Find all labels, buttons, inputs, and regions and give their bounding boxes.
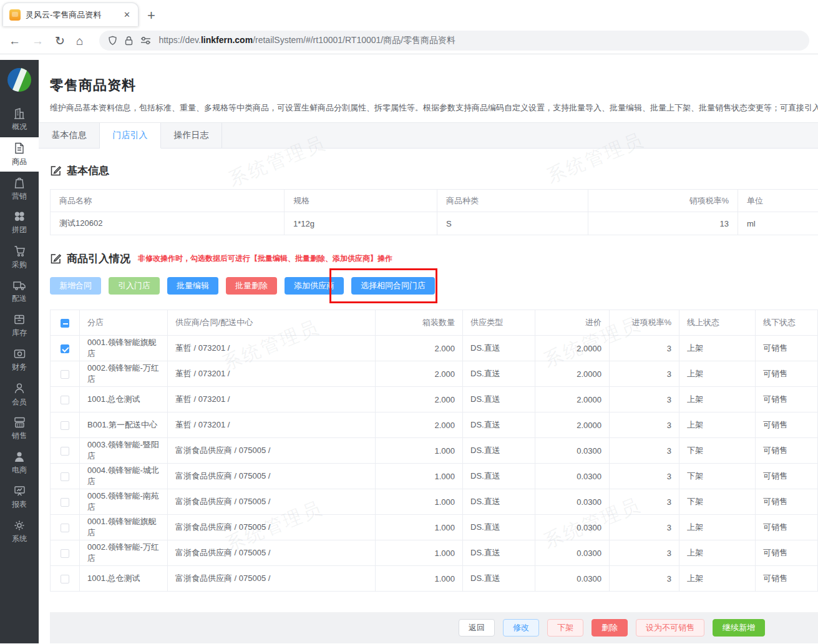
cell-price: 0.0300 [535, 515, 610, 540]
batch-delete-button[interactable]: 批量删除 [226, 277, 277, 295]
import-store-button[interactable]: 引入门店 [109, 277, 160, 295]
browser-toolbar: ← → ↻ ⌂ https://dev.linkfern.com/retailS… [0, 27, 818, 54]
cell-offline-status: 可销售 [756, 515, 818, 540]
page-header: 零售商品资料 维护商品基本资料信息，包括标准、重量、多规格等中类商品，可设置生鲜… [39, 60, 818, 122]
col-store: 分店 [80, 310, 168, 336]
sidebar-item-member[interactable]: 会员 [0, 378, 39, 412]
sidebar-item-overview[interactable]: 概况 [0, 103, 39, 137]
row-checkbox[interactable] [61, 549, 69, 558]
building-icon [13, 108, 26, 119]
row-checkbox[interactable] [61, 575, 69, 583]
sidebar-item-ecommerce[interactable]: 电商 [0, 446, 39, 481]
cell-store: 0002.领锋智能-万红店 [80, 540, 168, 566]
col-spec: 规格 [285, 190, 437, 212]
cart-icon [14, 245, 26, 257]
import-note: 非修改操作时，勾选数据后可进行【批量编辑、批量删除、添加供应商】操作 [138, 253, 392, 264]
product-tax: 13 [588, 212, 738, 235]
continue-add-button[interactable]: 继续新增 [713, 619, 765, 637]
cell-price: 0.0300 [535, 464, 610, 489]
cell-supplier: 富浙食品供应商 / 075005 / [168, 489, 376, 515]
cell-offline-status: 可销售 [756, 540, 818, 566]
cell-supply-type: DS.直送 [463, 412, 535, 438]
sidebar-item-marketing[interactable]: 营销 [0, 172, 39, 206]
cell-supplier: 富浙食品供应商 / 075005 / [168, 540, 376, 566]
new-contract-button[interactable]: 新增合同 [50, 277, 101, 295]
browser-tab[interactable]: 灵风云-零售商品资料 ✕ [2, 2, 139, 26]
cell-offline-status: 可销售 [756, 464, 818, 489]
cell-price: 0.0300 [535, 540, 610, 566]
sidebar-item-goods[interactable]: 商品 [0, 137, 39, 172]
row-checkbox[interactable] [61, 344, 69, 353]
document-icon [14, 142, 25, 154]
col-offline-status: 线下状态 [756, 310, 818, 336]
box-icon [14, 314, 25, 325]
cell-box-qty: 1.000 [376, 464, 463, 489]
permissions-icon[interactable] [140, 36, 151, 45]
select-same-contract-store-button[interactable]: 选择相同合同门店 [351, 277, 435, 295]
cell-online-status: 上架 [679, 540, 756, 566]
row-checkbox[interactable] [61, 498, 69, 507]
back-button[interactable]: 返回 [459, 619, 495, 637]
product-spec: 1*12g [285, 212, 437, 235]
person-icon [14, 383, 25, 394]
sidebar-item-sales[interactable]: 销售 [0, 412, 39, 446]
cell-offline-status: 可销售 [756, 438, 818, 464]
new-tab-button[interactable]: + [147, 9, 155, 22]
basic-info-table: 商品名称 规格 商品种类 销项税率% 单位 测试120602 1*12g S 1… [50, 189, 818, 235]
home-icon[interactable]: ⌂ [76, 35, 83, 47]
section-import-status: 商品引入情况 非修改操作时，勾选数据后可进行【批量编辑、批量删除、添加供应商】操… [50, 251, 818, 266]
row-checkbox[interactable] [61, 421, 69, 430]
row-checkbox[interactable] [61, 472, 69, 481]
tab-title: 灵风云-零售商品资料 [26, 9, 117, 21]
table-row: B001.第一配送中心 堇哲 / 073201 / 2.000 DS.直送 2.… [51, 412, 818, 438]
sidebar-item-delivery[interactable]: 配送 [0, 275, 39, 309]
sidebar-item-finance[interactable]: 财务 [0, 343, 39, 378]
table-row: 1001.总仓测试 富浙食品供应商 / 075005 / 1.000 DS.直送… [51, 566, 818, 592]
delete-button[interactable]: 删除 [592, 619, 628, 637]
batch-edit-button[interactable]: 批量编辑 [167, 277, 218, 295]
tab-store-import[interactable]: 门店引入 [100, 123, 161, 149]
row-checkbox[interactable] [61, 370, 69, 379]
sidebar-item-system[interactable]: 系统 [0, 515, 39, 549]
table-header-row: 分店 供应商/合同/配送中心 箱装数量 供应类型 进价 进项税率% 线上状态 线… [51, 310, 818, 336]
modify-button[interactable]: 修改 [503, 619, 539, 637]
cell-online-status: 下架 [679, 489, 756, 515]
cell-tax-rate: 3 [610, 412, 679, 438]
add-supplier-button[interactable]: 添加供应商 [285, 277, 344, 295]
cell-tax-rate: 3 [610, 540, 679, 566]
sidebar-item-groupbuy[interactable]: 拼团 [0, 206, 39, 240]
row-checkbox[interactable] [61, 524, 69, 532]
cell-store: 0005.领锋智能-南苑店 [80, 489, 168, 515]
row-checkbox[interactable] [61, 447, 69, 456]
cell-offline-status: 可销售 [756, 361, 818, 387]
cell-supplier: 富浙食品供应商 / 075005 / [168, 438, 376, 464]
tab-basic-info[interactable]: 基本信息 [39, 123, 100, 148]
cell-tax-rate: 3 [610, 387, 679, 412]
tab-operation-log[interactable]: 操作日志 [161, 123, 222, 148]
action-button-row: 新增合同 引入门店 批量编辑 批量删除 添加供应商 选择相同合同门店 [50, 277, 818, 295]
cell-box-qty: 2.000 [376, 336, 463, 361]
cell-price: 2.0000 [535, 336, 610, 361]
set-unsellable-button[interactable]: 设为不可销售 [636, 619, 704, 637]
lock-icon[interactable] [125, 36, 133, 46]
cell-offline-status: 可销售 [756, 489, 818, 515]
cell-online-status: 下架 [679, 464, 756, 489]
table-row: 0001.领锋智能旗舰店 堇哲 / 073201 / 2.000 DS.直送 2… [51, 336, 818, 361]
select-all-checkbox[interactable] [61, 319, 69, 328]
table-row: 0004.领锋智能-城北店 富浙食品供应商 / 075005 / 1.000 D… [51, 464, 818, 489]
cell-box-qty: 1.000 [376, 515, 463, 540]
cell-tax-rate: 3 [610, 515, 679, 540]
cell-store: B001.第一配送中心 [80, 412, 168, 438]
screen: 灵风云-零售商品资料 ✕ + ← → ↻ ⌂ https://dev.linkf… [0, 0, 818, 644]
sidebar-item-report[interactable]: 报表 [0, 481, 39, 515]
row-checkbox[interactable] [61, 396, 69, 404]
url-bar[interactable]: https://dev.linkfern.com/retailSystem/#/… [99, 31, 809, 51]
tab-close-icon[interactable]: ✕ [122, 10, 132, 19]
cell-online-status: 上架 [679, 361, 756, 387]
back-icon[interactable]: ← [9, 35, 21, 47]
off-shelf-button[interactable]: 下架 [547, 619, 583, 637]
sidebar-item-purchase[interactable]: 采购 [0, 240, 39, 275]
shield-icon[interactable] [108, 36, 117, 46]
sidebar-item-inventory[interactable]: 库存 [0, 309, 39, 343]
reload-icon[interactable]: ↻ [55, 35, 65, 47]
